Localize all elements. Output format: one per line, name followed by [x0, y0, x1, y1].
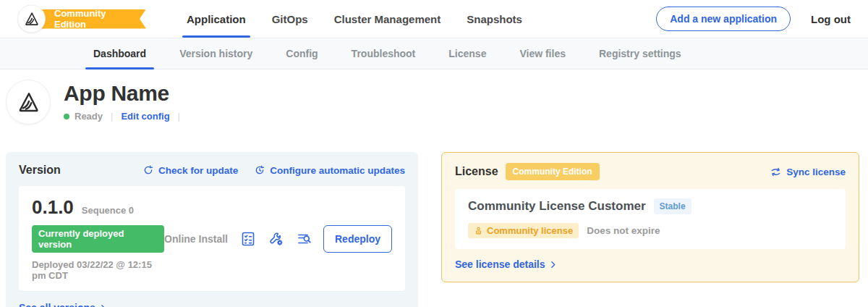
version-card-header: Version Check for update Configure au [19, 164, 405, 177]
deployed-timestamp: Deployed 03/22/22 @ 12:15 pm CDT [32, 259, 164, 281]
view-logs-icon[interactable] [295, 230, 314, 248]
app-name-title: App Name [64, 81, 188, 106]
check-for-update-link[interactable]: Check for update [142, 164, 238, 176]
community-edition-ribbon: Community Edition [31, 9, 146, 29]
see-all-versions-label: See all versions [19, 302, 95, 307]
license-card: License Community Edition Sync license C… [441, 152, 859, 282]
chevron-right-icon [548, 260, 558, 269]
license-details-panel: Community License Customer Stable Commun… [455, 189, 846, 249]
app-logo-icon [16, 90, 41, 114]
community-edition-ribbon-label: Community Edition [54, 8, 132, 30]
see-all-versions-link[interactable]: See all versions [19, 302, 405, 307]
nav-tab-application[interactable]: Application [187, 0, 246, 38]
nav-tab-gitops[interactable]: GitOps [272, 0, 308, 38]
app-status-row: Ready | Edit config | [64, 111, 188, 122]
version-card: Version Check for update Configure au [6, 152, 418, 307]
nav-tab-snapshots[interactable]: Snapshots [467, 0, 522, 38]
community-license-badge: Community license [468, 223, 579, 238]
replicated-logo-icon [23, 11, 40, 28]
app-subnav: Dashboard Version history Config Trouble… [0, 38, 868, 70]
refresh-icon [142, 164, 154, 176]
edit-config-icon[interactable] [267, 230, 286, 248]
brand-logo-group: Community Edition [17, 5, 146, 33]
license-type-row: Community license Does not expire [468, 223, 833, 238]
subnav-item-view-files[interactable]: View files [503, 38, 582, 69]
subnav-item-license[interactable]: License [432, 38, 503, 69]
status-dot-icon [64, 114, 69, 119]
current-version-panel: 0.1.0 Sequence 0 Currently deployed vers… [19, 186, 405, 291]
check-for-update-label: Check for update [158, 165, 238, 176]
subnav-item-registry-settings[interactable]: Registry settings [582, 38, 698, 69]
sync-license-label: Sync license [786, 167, 846, 177]
redeploy-button[interactable]: Redeploy [323, 225, 392, 253]
top-header: Community Edition Application GitOps Clu… [0, 0, 868, 38]
app-status-text: Ready [75, 111, 103, 122]
configure-automatic-updates-link[interactable]: Configure automatic updates [254, 164, 405, 176]
chevron-right-icon [98, 303, 108, 307]
license-expiry-text: Does not expire [587, 225, 660, 236]
subnav-item-version-history[interactable]: Version history [163, 38, 269, 69]
preflight-checks-icon[interactable] [239, 230, 258, 248]
license-edition-badge: Community Edition [506, 163, 600, 180]
nav-tab-cluster-management[interactable]: Cluster Management [334, 0, 441, 38]
header-right-actions: Add a new application Log out [656, 7, 851, 31]
replicated-logo-circle [17, 5, 46, 33]
license-card-header: License Community Edition Sync license [455, 163, 846, 180]
version-card-title: Version [19, 164, 61, 177]
app-header: App Name Ready | Edit config | [0, 70, 868, 125]
person-icon [474, 226, 483, 235]
dashboard-cards-row: Version Check for update Configure au [0, 152, 868, 307]
divider: | [111, 111, 113, 122]
currently-deployed-badge: Currently deployed version [32, 225, 164, 253]
license-card-actions: Sync license [770, 166, 846, 178]
sync-arrows-icon [770, 166, 782, 178]
subnav-item-dashboard[interactable]: Dashboard [77, 38, 163, 69]
add-new-application-button[interactable]: Add a new application [656, 7, 791, 31]
install-type-label: Online Install [164, 233, 228, 245]
see-license-details-label: See license details [455, 258, 545, 270]
license-customer-row: Community License Customer Stable [468, 198, 833, 214]
license-title-group: License Community Edition [455, 163, 600, 180]
app-avatar [6, 80, 51, 125]
current-version-info: 0.1.0 Sequence 0 Currently deployed vers… [32, 196, 164, 281]
customer-name: Community License Customer [468, 199, 646, 214]
version-card-actions: Check for update Configure automatic upd… [142, 164, 405, 176]
version-line: 0.1.0 Sequence 0 [32, 196, 164, 219]
sync-license-link[interactable]: Sync license [770, 166, 846, 178]
version-actions-group: Online Install [164, 196, 392, 281]
license-card-title: License [455, 165, 498, 178]
app-title-block: App Name Ready | Edit config | [64, 80, 188, 125]
primary-nav: Application GitOps Cluster Management Sn… [174, 0, 535, 38]
see-license-details-link[interactable]: See license details [455, 258, 846, 270]
version-sequence: Sequence 0 [82, 205, 134, 216]
community-license-label: Community license [487, 225, 573, 236]
version-number: 0.1.0 [32, 196, 74, 219]
divider: | [178, 111, 180, 122]
subnav-item-troubleshoot[interactable]: Troubleshoot [335, 38, 433, 69]
subnav-item-config[interactable]: Config [269, 38, 334, 69]
configure-automatic-updates-label: Configure automatic updates [270, 165, 405, 176]
channel-badge: Stable [654, 198, 692, 214]
edit-config-link[interactable]: Edit config [121, 111, 169, 122]
scheduled-update-icon [254, 164, 265, 176]
logout-button[interactable]: Log out [811, 13, 851, 25]
